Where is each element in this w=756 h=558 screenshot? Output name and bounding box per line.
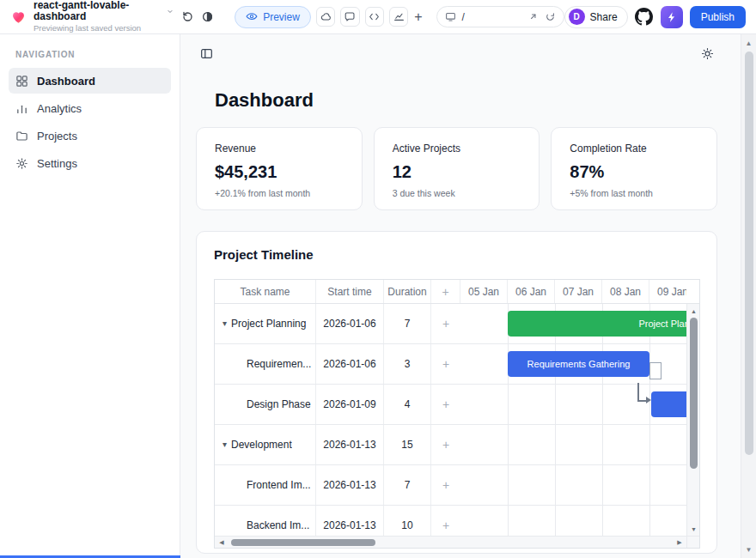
duration-cell[interactable]: 15 (384, 425, 431, 464)
dashboard-grid-icon (15, 75, 28, 88)
lightning-icon (666, 11, 678, 23)
topbar: react-gantt-lovable-dashboard Previewing… (0, 0, 756, 34)
duration-cell[interactable]: 7 (384, 465, 431, 505)
page-scroll-thumb[interactable] (745, 52, 753, 455)
task-row[interactable]: ▾ Project Planning 2026-01-06 7 + (215, 304, 460, 344)
add-column-button[interactable]: + (431, 280, 460, 303)
cloud-icon (320, 11, 332, 22)
add-view-button[interactable]: + (414, 9, 422, 25)
stat-sub: +20.1% from last month (215, 188, 344, 198)
add-task-button[interactable]: + (431, 465, 460, 505)
url-path: / (462, 11, 465, 23)
gantt-bar-design-phase[interactable] (651, 391, 686, 417)
task-name-cell[interactable]: Backend Im... (215, 506, 316, 536)
add-task-button[interactable]: + (431, 344, 460, 384)
stat-card-active-projects: Active Projects 12 3 due this week (374, 127, 540, 210)
sidebar-item-label: Settings (37, 157, 77, 170)
horizontal-scroll-thumb[interactable] (231, 539, 375, 546)
task-row[interactable]: Design Phase 2026-01-09 4 + (215, 385, 460, 425)
dependency-connector (637, 383, 639, 401)
scroll-up-icon[interactable]: ▲ (741, 36, 756, 50)
gantt-body: ▾ Project Planning 2026-01-06 7 + Requir… (215, 304, 699, 536)
refresh-icon[interactable] (545, 11, 556, 22)
stat-sub: +5% from last month (570, 188, 698, 198)
task-row[interactable]: ▾ Development 2026-01-13 15 + (215, 425, 460, 465)
vertical-scroll-thumb[interactable] (690, 318, 698, 469)
collapse-toggle-icon[interactable]: ▾ (223, 440, 227, 449)
start-time-cell[interactable]: 2026-01-13 (316, 425, 384, 464)
gantt-footer: ◀ ▶ (215, 536, 699, 548)
theme-toggle-button[interactable] (697, 43, 717, 64)
stat-card-completion-rate: Completion Rate 87% +5% from last month (551, 127, 717, 210)
page-scrollbar[interactable]: ▲ ▼ (741, 34, 756, 558)
code-button[interactable] (365, 7, 384, 27)
project-switcher[interactable]: react-gantt-lovable-dashboard Previewing… (34, 0, 174, 33)
nav-section-label: NAVIGATION (15, 50, 171, 59)
task-row[interactable]: Requiremen... 2026-01-06 3 + (215, 344, 460, 385)
preview-button[interactable]: Preview (235, 6, 311, 28)
duration-cell[interactable]: 10 (384, 506, 431, 536)
gantt-bar-project-planning[interactable]: Project Planning (508, 311, 686, 337)
scroll-up-icon[interactable]: ▲ (687, 305, 699, 317)
gantt-bar-requirements-gathering[interactable]: Requirements Gathering (508, 351, 649, 377)
share-button[interactable]: D Share (564, 6, 628, 28)
sidebar-toggle-button[interactable] (196, 43, 216, 64)
upgrade-button[interactable] (661, 6, 683, 28)
gantt-horizontal-scrollbar[interactable]: ◀ ▶ (215, 537, 686, 548)
sidebar-item-settings[interactable]: Settings (9, 150, 171, 176)
page-title: Dashboard (215, 89, 717, 112)
line-chart-icon (393, 11, 405, 22)
task-row[interactable]: Backend Im... 2026-01-13 10 + (215, 506, 460, 536)
grid-line (508, 304, 509, 536)
bar-label: Requirements Gathering (527, 359, 631, 369)
monitor-icon (445, 11, 456, 22)
gantt-vertical-scrollbar[interactable]: ▲ ▼ (686, 304, 699, 536)
add-task-button[interactable]: + (431, 304, 460, 343)
task-name-cell[interactable]: Design Phase (215, 385, 316, 424)
url-bar[interactable]: / (436, 6, 564, 27)
open-external-icon[interactable] (527, 11, 539, 22)
contrast-icon (201, 10, 214, 23)
row-line (460, 384, 686, 385)
bar-label: Project Planning (638, 318, 686, 329)
gantt-header: Task name Start time Duration + 05 Jan 0… (215, 280, 699, 304)
timeline-date-headers: 05 Jan 06 Jan 07 Jan 08 Jan 09 Jan (460, 280, 686, 303)
contrast-button[interactable] (199, 8, 216, 27)
add-task-button[interactable]: + (431, 385, 460, 424)
scroll-left-icon[interactable]: ◀ (216, 537, 228, 548)
github-icon (635, 8, 653, 26)
start-time-cell[interactable]: 2026-01-06 (316, 304, 384, 343)
scroll-right-icon[interactable]: ▶ (674, 537, 686, 548)
chevron-down-icon (167, 8, 174, 15)
github-button[interactable] (635, 8, 654, 27)
history-button[interactable] (179, 8, 195, 27)
sidebar-item-analytics[interactable]: Analytics (9, 95, 171, 121)
cloud-button[interactable] (316, 7, 335, 27)
row-line (460, 424, 686, 425)
scroll-down-icon[interactable]: ▼ (741, 543, 756, 556)
start-time-cell[interactable]: 2026-01-13 (316, 506, 384, 536)
sidebar-item-dashboard[interactable]: Dashboard (9, 68, 171, 94)
task-name-cell[interactable]: Frontend Im... (215, 465, 316, 505)
add-task-button[interactable]: + (431, 425, 460, 464)
task-name-cell[interactable]: ▾ Development (215, 425, 316, 464)
publish-button[interactable]: Publish (690, 6, 746, 28)
task-name-cell[interactable]: ▾ Project Planning (215, 304, 316, 343)
analytics-button[interactable] (389, 7, 408, 27)
duration-cell[interactable]: 3 (384, 344, 431, 384)
start-time-cell[interactable]: 2026-01-06 (316, 344, 384, 384)
comment-button[interactable] (340, 7, 359, 27)
sidebar-item-projects[interactable]: Projects (9, 123, 171, 149)
start-time-cell[interactable]: 2026-01-13 (316, 465, 384, 505)
duration-cell[interactable]: 7 (384, 304, 431, 343)
add-task-button[interactable]: + (431, 506, 460, 536)
task-name-cell[interactable]: Requiremen... (215, 344, 316, 384)
collapse-toggle-icon[interactable]: ▾ (223, 319, 227, 328)
task-row[interactable]: Frontend Im... 2026-01-13 7 + (215, 465, 460, 506)
duration-cell[interactable]: 4 (384, 385, 431, 424)
start-time-cell[interactable]: 2026-01-09 (316, 385, 384, 424)
scroll-down-icon[interactable]: ▼ (687, 523, 699, 535)
gear-icon (15, 157, 28, 170)
sidebar-item-label: Dashboard (37, 75, 95, 88)
row-line (460, 464, 686, 465)
